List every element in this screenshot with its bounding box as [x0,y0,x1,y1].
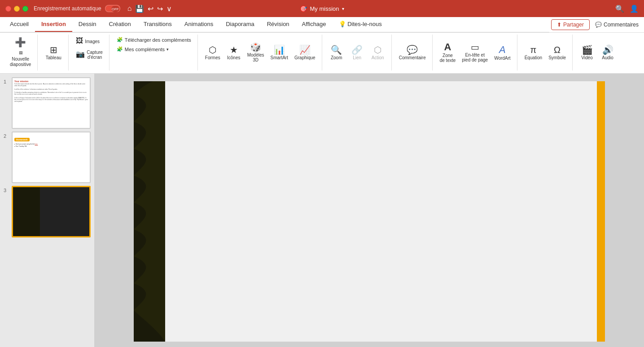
close-button[interactable] [5,6,11,12]
tab-diaporama[interactable]: Diaporama [219,17,261,32]
commentaire-button[interactable]: 💬 Commentaire [396,39,429,66]
slide-main-content [165,81,605,342]
tab-dites[interactable]: 💡 Dites-le-nous [333,17,388,32]
icones-button[interactable]: ★ Icônes [224,44,244,62]
symbole-icon: Ω [554,45,561,54]
equation-button[interactable]: π Équation [522,44,545,62]
mes-complements-icon: 🧩 [117,46,123,52]
complements-items: 🧩 Télécharger des compléments 🧩 Mes comp… [114,35,194,70]
ribbon: Accueil Insertion Dessin Création Transi… [0,17,644,74]
undo-icon[interactable]: ↩ [148,4,153,13]
smartart-label: SmartArt [271,55,288,60]
wordart-button[interactable]: A WordArt [491,43,513,62]
nouvelle-diapositive-label: Nouvellediapositive [10,57,31,67]
graphique-button[interactable]: 📈 Graphique [292,44,318,62]
smartart-button[interactable]: 📊 SmartArt [268,44,291,62]
profile-icon[interactable]: 👤 [630,4,639,13]
autosave-toggle[interactable]: OFF [105,5,120,12]
wordart-label: WordArt [494,56,511,61]
slide1-content: Your mission To be the mission decide wh… [13,78,90,128]
comments-items: 💬 Commentaire [396,35,429,70]
maximize-button[interactable] [22,6,28,12]
more-icon[interactable]: ∨ [166,4,172,13]
title-bar-right: 🔍 👤 [615,4,639,13]
mes-complements-button[interactable]: 🧩 Mes compléments ▾ [114,45,194,53]
group-illustrations: ⬡ Formes ★ Icônes 🎲 Modèles3D 📊 SmartArt… [199,35,322,70]
home-icon[interactable]: ⌂ [127,4,132,13]
lien-button[interactable]: 🔗 Lien [347,44,367,62]
nouvelle-diapositive-button[interactable]: ➕🖼 Nouvellediapositive [7,39,34,66]
slide-thumb-2[interactable]: Homework ▸ Send your project using the l… [12,132,91,183]
comments-label: Commentaires [604,22,639,28]
formes-button[interactable]: ⬡ Formes [202,44,223,62]
wordart-icon: A [499,45,506,55]
zone-texte-button[interactable]: A Zonede texte [437,40,459,65]
action-label: Action [372,55,384,60]
slide-number-2: 2 [4,133,9,139]
illustrations-items: ⬡ Formes ★ Icônes 🎲 Modèles3D 📊 SmartArt… [202,35,318,70]
group-links: 🔍 Zoom 🔗 Lien ⬡ Action [323,35,392,70]
images-button[interactable]: 🖼 Images [73,35,105,47]
comments-button[interactable]: 💬 Commentaires [595,22,639,28]
traffic-lights [5,6,28,12]
slide-canvas [134,81,605,342]
slide1-text: To be the mission decide who this this t… [14,83,88,103]
slide3-right [40,187,90,236]
mes-complements-label: Mes compléments [125,47,165,52]
zoom-icon: 🔍 [331,45,342,54]
slide-thumb-1[interactable]: ★ Your mission To be the mission decide … [12,77,91,129]
video-button[interactable]: 🎬 Vidéo [577,44,597,62]
group-media: 🎬 Vidéo 🔊 Audio [574,35,621,70]
slide2-content: Homework ▸ Send your project using the l… [13,132,90,182]
tab-accueil[interactable]: Accueil [4,17,35,32]
entete-icon: ▭ [471,43,479,52]
title-dropdown-icon[interactable]: ▾ [342,6,344,11]
tab-animations[interactable]: Animations [178,17,219,32]
telecharger-complements-button[interactable]: 🧩 Télécharger des compléments [114,35,194,44]
autosave-label: Enregistrement automatique [34,5,101,12]
search-icon[interactable]: 🔍 [615,4,624,13]
comments-icon: 💬 [595,22,602,28]
ppt-icon: 🎯 [300,5,307,12]
ribbon-content: ➕🖼 Nouvellediapositive ⊞ Tableau 🖼 Image… [0,33,644,73]
group-text: A Zonede texte ▭ En-tête etpied de page … [434,35,517,70]
share-button[interactable]: ⬆ Partager [551,19,590,30]
modeles3d-label: Modèles3D [247,53,264,62]
tab-dessin[interactable]: Dessin [72,17,103,32]
icones-label: Icônes [227,55,240,60]
tab-affichage[interactable]: Affichage [296,17,333,32]
tab-creation[interactable]: Création [103,17,137,32]
canvas-area[interactable] [94,74,644,347]
minimize-button[interactable] [14,6,20,12]
commentaire-label: Commentaire [399,55,426,60]
share-icon: ⬆ [557,22,561,28]
graphique-label: Graphique [294,55,315,60]
symbols-items: π Équation Ω Symbole [522,35,569,70]
entete-button[interactable]: ▭ En-tête etpied de page [459,41,491,64]
equation-label: Équation [525,55,542,60]
smartart-icon: 📊 [274,45,285,54]
graphique-icon: 📈 [299,45,311,54]
slide-item-1: 1 ★ Your mission To be the mission decid… [4,77,91,129]
zoom-button[interactable]: 🔍 Zoom [327,44,346,62]
modeles3d-button[interactable]: 🎲 Modèles3D [245,41,267,64]
tab-transitions[interactable]: Transitions [137,17,178,32]
symbole-button[interactable]: Ω Symbole [546,44,569,62]
action-button[interactable]: ⬡ Action [368,44,388,62]
redo-icon[interactable]: ↪ [157,4,163,13]
tab-insertion[interactable]: Insertion [35,17,72,32]
slide-thumb-3[interactable] [12,186,91,237]
group-comments: 💬 Commentaire [393,35,433,70]
telecharger-label: Télécharger des compléments [125,37,191,43]
zone-texte-icon: A [444,42,451,52]
title-bar: Enregistrement automatique OFF ⌂ 💾 ↩ ↪ ∨… [0,0,644,17]
share-label: Partager [563,22,584,28]
tab-revision[interactable]: Révision [261,17,296,32]
capture-button[interactable]: 📷 Captured'écran [73,48,105,61]
audio-button[interactable]: 🔊 Audio [598,44,618,62]
video-label: Vidéo [581,55,592,60]
nouvelle-diapositive-icon: ➕🖼 [15,38,26,56]
slide2-text: ▸ Send your project using the link here.… [14,143,88,147]
tableau-button[interactable]: ⊞ Tableau [42,39,65,66]
save-icon[interactable]: 💾 [135,4,144,13]
